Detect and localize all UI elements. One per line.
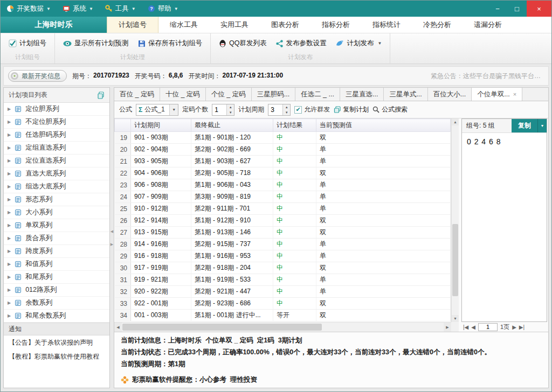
publish-settings-button[interactable]: 发布参数设置 — [272, 36, 330, 51]
vscroll-thumb[interactable] — [452, 224, 458, 296]
spin-down-icon[interactable]: ▼ — [227, 110, 234, 115]
allow-group-send-checkbox[interactable]: ✔ 允许群发 — [294, 105, 330, 114]
plan-cycle-stepper[interactable]: ▲ ▼ — [268, 104, 291, 116]
table-row[interactable]: 25 910 - 912期 第2期 - 911期 - 701 中 单 — [115, 203, 451, 215]
sidebar-series-item[interactable]: ▶ 单双系列 — [4, 219, 109, 232]
menu-tools[interactable]: 工具 ▼ — [99, 1, 142, 17]
plan-tab[interactable]: 任选二 _ ... × — [295, 88, 340, 101]
page-next-button[interactable]: ▶ — [512, 324, 516, 330]
col-header-period[interactable]: 计划期间 — [131, 119, 191, 132]
plan-group-number-button[interactable]: 计划组号 — [5, 36, 50, 51]
sidebar-series-item[interactable]: ▶ 质合系列 — [4, 232, 109, 245]
table-row[interactable]: 29 916 - 918期 第1期 - 916期 - 953 中 单 — [115, 250, 451, 262]
minimize-button[interactable]: − — [488, 1, 507, 17]
group-numbers-output[interactable]: 0 2 4 6 8 — [462, 133, 547, 321]
copy-plan-button[interactable]: 复制计划 — [334, 105, 369, 114]
vscroll-track[interactable] — [452, 125, 459, 315]
tab-close-icon[interactable]: × — [513, 91, 516, 97]
module-tab[interactable]: 缩水工具 — [158, 17, 209, 33]
sidebar-series-item[interactable]: ▶ 和尾系列 — [4, 271, 109, 284]
table-row[interactable]: 24 907 - 909期 第3期 - 909期 - 819 中 单 — [115, 191, 451, 203]
scroll-up-icon[interactable]: ▲ — [452, 118, 459, 125]
sidebar-series-item[interactable]: ▶ 定位直选系列 — [4, 155, 109, 167]
notice-item[interactable]: 【公告】关于杀软误报的声明 — [4, 335, 109, 349]
table-row[interactable]: 32 920 - 922期 第2期 - 921期 - 447 中 单 — [115, 286, 451, 298]
table-row[interactable]: 26 912 - 914期 第1期 - 912期 - 910 中 双 — [115, 215, 451, 227]
col-header-result[interactable]: 计划结果 — [273, 119, 316, 132]
show-all-predictions-button[interactable]: 显示所有计划预测 — [59, 36, 132, 51]
scroll-down-icon[interactable]: ▼ — [452, 315, 459, 322]
table-row[interactable]: 21 903 - 905期 第1期 - 903期 - 627 中 单 — [115, 156, 451, 167]
module-tab[interactable]: 图表分析 — [260, 17, 310, 33]
spin-down-icon[interactable]: ▼ — [283, 110, 290, 115]
spin-up-icon[interactable]: ▲ — [283, 104, 290, 110]
col-header-no[interactable] — [115, 119, 131, 132]
sidebar-series-item[interactable]: ▶ 组选大底系列 — [4, 180, 109, 193]
latest-draw-info-button[interactable]: 最新开奖信息 — [8, 70, 67, 82]
table-row[interactable]: 34 001 - 003期 第1期 - 001期 进行中... 等开 双 — [115, 310, 451, 321]
close-button[interactable]: × — [527, 1, 551, 17]
plan-tab[interactable]: 个位 _ 定码 × — [206, 88, 252, 101]
plan-tab[interactable]: 百位大小... × — [428, 88, 472, 101]
table-row[interactable]: 31 919 - 921期 第1期 - 919期 - 533 中 单 — [115, 274, 451, 286]
plan-cycle-input[interactable] — [268, 104, 282, 115]
maximize-button[interactable]: □ — [507, 1, 527, 17]
code-count-stepper[interactable]: ▲ ▼ — [212, 104, 234, 116]
menu-lottery-data[interactable]: 开奖数据 ▼ — [1, 1, 57, 17]
plan-publish-button[interactable]: 计划发布 ▼ — [332, 36, 385, 51]
product-tab[interactable]: 上海时时乐 — [1, 17, 107, 33]
hscroll-thumb[interactable] — [122, 324, 322, 331]
table-row[interactable]: 30 917 - 919期 第2期 - 918期 - 204 中 双 — [115, 262, 451, 274]
page-prev-button[interactable]: ◀ — [471, 324, 475, 330]
copy-groups-button[interactable]: 复制 ▼ — [512, 119, 547, 132]
sidebar-series-item[interactable]: ▶ 大小系列 — [4, 206, 109, 219]
sidebar-series-item[interactable]: ▶ 跨度系列 — [4, 245, 109, 258]
sidebar-splitter[interactable]: ◀ ▶ — [110, 87, 114, 388]
table-row[interactable]: 28 914 - 916期 第2期 - 915期 - 737 中 单 — [115, 239, 451, 250]
module-tab[interactable]: 冷热分析 — [412, 17, 463, 33]
spin-up-icon[interactable]: ▲ — [227, 104, 234, 110]
table-row[interactable]: 22 904 - 906期 第2期 - 905期 - 718 中 双 — [115, 167, 451, 179]
save-all-groups-button[interactable]: 保存所有计划组号 — [134, 36, 206, 51]
chevron-down-icon[interactable]: ▼ — [537, 119, 547, 132]
plan-tab[interactable]: 三星单式... × — [384, 88, 427, 101]
table-row[interactable]: 19 901 - 903期 第1期 - 901期 - 120 中 双 — [115, 132, 451, 144]
col-header-prediction[interactable]: 当前预测值 — [316, 119, 451, 132]
copy-pages-icon[interactable] — [97, 92, 105, 99]
sidebar-series-item[interactable]: ▶ 定位胆系列 — [4, 103, 109, 116]
sidebar-series-item[interactable]: ▶ 012路系列 — [4, 284, 109, 297]
scroll-right-icon[interactable]: ▶ — [444, 323, 451, 332]
formula-select[interactable]: Σ 公式_1 ▼ — [136, 104, 178, 116]
sidebar-series-item[interactable]: ▶ 余数系列 — [4, 297, 109, 310]
col-header-deadline[interactable]: 最终截止 — [191, 119, 273, 132]
checkbox-checked-icon[interactable]: ✔ — [294, 106, 302, 114]
scroll-left-icon[interactable]: ◀ — [114, 323, 122, 332]
table-vertical-scrollbar[interactable]: ▲ ▼ — [451, 118, 459, 322]
menu-system[interactable]: 系统 ▼ — [57, 1, 99, 17]
table-row[interactable]: 27 913 - 915期 第1期 - 913期 - 146 中 双 — [115, 227, 451, 239]
plan-tab[interactable]: 三星胆码... × — [252, 88, 295, 101]
sidebar-series-item[interactable]: ▶ 和尾余数系列 — [4, 310, 109, 323]
page-first-button[interactable]: |◀ — [463, 324, 468, 330]
sidebar-series-item[interactable]: ▶ 直选大底系列 — [4, 167, 109, 180]
sidebar-series-item[interactable]: ▶ 定组直选系列 — [4, 142, 109, 155]
module-tab[interactable]: 计划追号 — [107, 17, 158, 33]
page-last-button[interactable]: ▶| — [519, 324, 525, 330]
code-count-input[interactable] — [212, 104, 226, 115]
sidebar-series-item[interactable]: ▶ 任选胆码系列 — [4, 129, 109, 142]
plan-tab[interactable]: 个位单双... × — [472, 88, 522, 101]
sidebar-series-item[interactable]: ▶ 不定位胆系列 — [4, 116, 109, 129]
collapse-left-icon[interactable]: ◀ — [111, 229, 113, 234]
module-tab[interactable]: 指标分析 — [310, 17, 361, 33]
qq-group-list-button[interactable]: QQ群发列表 — [215, 36, 270, 51]
chevron-down-icon[interactable]: ▼ — [169, 104, 178, 115]
copy-groups-label[interactable]: 复制 — [512, 119, 537, 132]
page-number-input[interactable] — [478, 323, 498, 331]
table-row[interactable]: 33 922 - 001期 第2期 - 923期 - 686 中 双 — [115, 298, 451, 310]
collapse-right-icon[interactable]: ▶ — [111, 242, 113, 247]
plan-tab[interactable]: 三星直选... × — [340, 88, 384, 101]
notice-item[interactable]: 【教程】彩票助赢软件使用教程 — [4, 349, 109, 363]
sidebar-series-item[interactable]: ▶ 形态系列 — [4, 193, 109, 206]
plan-tab[interactable]: 百位 _ 定码 × — [114, 88, 160, 101]
module-tab[interactable]: 遗漏分析 — [463, 17, 513, 33]
